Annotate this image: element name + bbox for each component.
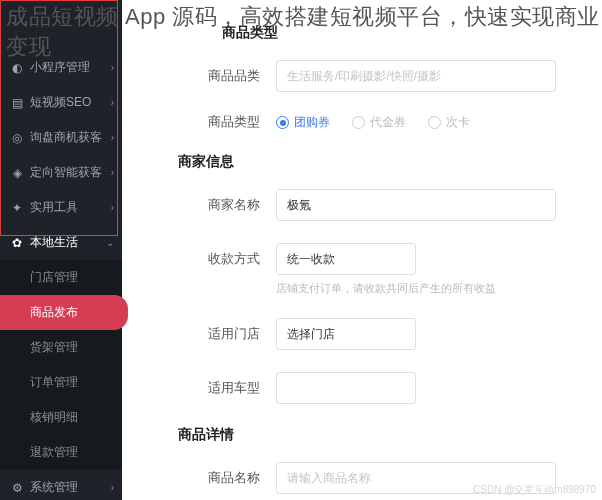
row-category: 商品品类 [178, 60, 578, 92]
section-detail-title: 商品详情 [178, 426, 578, 444]
sidebar-label: 小程序管理 [30, 59, 90, 76]
sidebar-item-inquiry[interactable]: ◎ 询盘商机获客 › [0, 120, 122, 155]
submenu-order-mgmt[interactable]: 订单管理 [0, 365, 122, 400]
label-store: 适用门店 [178, 326, 260, 343]
sidebar-item-system[interactable]: ⚙ 系统管理 › [0, 470, 122, 500]
chevron-right-icon: › [111, 202, 114, 213]
chevron-right-icon: › [111, 482, 114, 493]
chevron-right-icon: › [111, 167, 114, 178]
row-merchant: 商家名称 [178, 189, 578, 221]
radio-label: 代金券 [370, 114, 406, 131]
merchant-input[interactable] [276, 189, 556, 221]
collection-hint: 店铺支付订单，请收款共同后产生的所有收益 [276, 281, 578, 296]
tools-icon: ✦ [10, 201, 24, 215]
row-store: 适用门店 [178, 318, 578, 350]
category-select[interactable] [276, 60, 556, 92]
chevron-right-icon: › [111, 132, 114, 143]
sidebar-item-tools[interactable]: ✦ 实用工具 › [0, 190, 122, 225]
radio-icon [428, 116, 441, 129]
sidebar-item-miniapp[interactable]: ◐ 小程序管理 › [0, 50, 122, 85]
label-collection: 收款方式 [178, 251, 260, 268]
radio-icon [276, 116, 289, 129]
chevron-down-icon: ⌄ [106, 237, 114, 248]
sidebar-label: 定向智能获客 [30, 164, 102, 181]
sidebar-label: 实用工具 [30, 199, 78, 216]
label-merchant: 商家名称 [178, 197, 260, 214]
local-icon: ✿ [10, 236, 24, 250]
sidebar-submenu: 门店管理 商品发布 货架管理 订单管理 核销明细 退款管理 [0, 260, 122, 470]
chevron-right-icon: › [111, 97, 114, 108]
sidebar-item-local-life[interactable]: ✿ 本地生活 ⌄ [0, 225, 122, 260]
sidebar: ◐ 小程序管理 › ▤ 短视频SEO › ◎ 询盘商机获客 › ◈ 定向智能获客… [0, 0, 122, 500]
collection-select[interactable] [276, 243, 416, 275]
row-car-type: 适用车型 [178, 372, 578, 404]
sidebar-item-video-seo[interactable]: ▤ 短视频SEO › [0, 85, 122, 120]
radio-label: 次卡 [446, 114, 470, 131]
label-category: 商品品类 [178, 68, 260, 85]
row-collection: 收款方式 [178, 243, 578, 275]
settings-icon: ⚙ [10, 481, 24, 495]
radio-group-coupon[interactable]: 团购券 [276, 114, 330, 131]
submenu-shelf-mgmt[interactable]: 货架管理 [0, 330, 122, 365]
section-merchant-title: 商家信息 [178, 153, 578, 171]
row-product-type: 商品类型 团购券 代金券 次卡 [178, 114, 578, 131]
video-icon: ▤ [10, 96, 24, 110]
main-content: 商品类型 商品品类 商品类型 团购券 代金券 次卡 [122, 0, 602, 500]
sidebar-item-target[interactable]: ◈ 定向智能获客 › [0, 155, 122, 190]
submenu-store-mgmt[interactable]: 门店管理 [0, 260, 122, 295]
store-select[interactable] [276, 318, 416, 350]
car-type-select[interactable] [276, 372, 416, 404]
watermark: CSDN @交罗互动m898970 [473, 483, 596, 497]
radio-icon [352, 116, 365, 129]
target-icon: ◈ [10, 166, 24, 180]
submenu-verify-detail[interactable]: 核销明细 [0, 400, 122, 435]
sidebar-label: 短视频SEO [30, 94, 91, 111]
label-car-type: 适用车型 [178, 380, 260, 397]
chevron-right-icon: › [111, 62, 114, 73]
label-product-type: 商品类型 [178, 114, 260, 131]
submenu-refund-mgmt[interactable]: 退款管理 [0, 435, 122, 470]
sidebar-label: 系统管理 [30, 479, 78, 496]
section-product-type-title: 商品类型 [222, 24, 578, 42]
radio-label: 团购券 [294, 114, 330, 131]
label-product-name: 商品名称 [178, 470, 260, 487]
sidebar-label: 询盘商机获客 [30, 129, 102, 146]
product-type-radios: 团购券 代金券 次卡 [276, 114, 470, 131]
radio-voucher[interactable]: 代金券 [352, 114, 406, 131]
miniapp-icon: ◐ [10, 61, 24, 75]
radio-times-card[interactable]: 次卡 [428, 114, 470, 131]
sidebar-label: 本地生活 [30, 234, 78, 251]
submenu-product-publish[interactable]: 商品发布 [0, 295, 128, 330]
inquiry-icon: ◎ [10, 131, 24, 145]
